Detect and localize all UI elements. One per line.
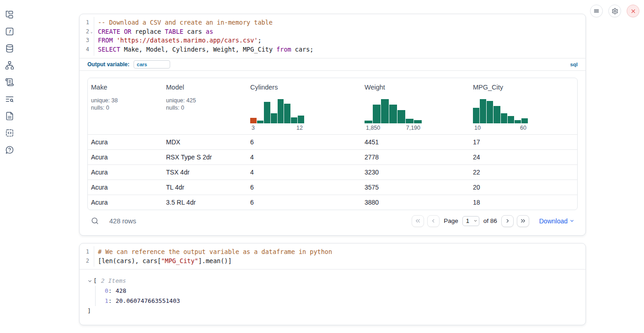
help-circle-icon[interactable] [5,145,15,155]
histogram-bar[interactable] [264,102,270,123]
table-cell: Acura [88,184,163,191]
table-body: AcuraMDX6445117AcuraRSX Type S 2dr427782… [88,134,577,210]
table-footer: 428 rows Page 1 of 86 [87,214,578,228]
output-variable-input[interactable] [134,60,170,69]
table-cell: RSX Type S 2dr [163,153,247,161]
table-row[interactable]: AcuraTSX 4dr4323022 [88,164,577,180]
histogram-bar[interactable] [365,121,372,123]
histogram-bar[interactable] [257,121,263,123]
table-row[interactable]: AcuraMDX6445117 [88,134,577,149]
code-text: CREATE OR replace TABLE cars as [94,27,213,37]
code-line[interactable]: 3FROM 'https://datasets.marimo.app/cars.… [80,36,585,45]
histogram-bar[interactable] [406,119,413,123]
histogram-bar[interactable] [521,118,528,123]
column-name: Make [91,84,159,91]
code-line[interactable]: 4SELECT Make, Model, Cylinders, Weight, … [80,45,585,54]
table-cell: 3230 [361,169,470,176]
histogram-bar[interactable] [389,105,397,123]
sql-code-editor[interactable]: 1-- Download a CSV and create an in-memo… [80,14,585,58]
list-close: ] [87,306,585,316]
histogram-bar[interactable] [291,117,297,123]
file-tree-icon[interactable] [5,10,15,20]
next-page-button[interactable] [501,215,514,227]
dependency-graph-icon[interactable] [5,60,15,70]
table-cell: Acura [88,138,163,146]
histogram-bar[interactable] [381,99,389,123]
search-icon[interactable] [91,217,100,226]
database-icon[interactable] [5,43,15,53]
histogram-bar[interactable] [271,113,277,123]
chevron-down-icon [569,218,574,223]
close-icon [630,8,636,14]
fold-chevron-icon[interactable]: ⌄ [89,27,94,37]
histogram-bar[interactable] [515,120,521,123]
menu-button[interactable] [590,5,603,17]
column-header[interactable]: MPG_City1060 [470,78,577,134]
histogram-bar[interactable] [298,116,304,123]
sql-cell: 1-- Download a CSV and create an in-memo… [79,14,586,236]
histogram-bar[interactable] [508,116,514,123]
table-cell: 2778 [361,153,470,161]
table-cell: 24 [470,153,577,161]
histogram-bar[interactable] [494,106,500,123]
code-line[interactable]: 1# We can reference the output variable … [80,248,585,257]
shutdown-button[interactable] [627,5,639,17]
menu-icon [593,8,600,14]
previous-page-button[interactable] [427,215,440,227]
code-line[interactable]: 1-- Download a CSV and create an in-memo… [80,18,585,27]
column-header[interactable]: Weight1,8507,190 [361,78,470,134]
table-cell: 6 [247,138,361,146]
column-header[interactable]: Modelunique: 425nulls: 0 [163,78,247,134]
histogram-bar[interactable] [501,113,507,123]
table-cell: TL 4dr [163,184,247,191]
histogram-bar[interactable] [397,110,405,123]
settings-button[interactable] [608,5,621,17]
column-stats: unique: 425nulls: 0 [166,97,243,112]
histogram-bar[interactable] [414,120,422,123]
table-cell: MDX [163,138,247,146]
table-cell: 4 [247,153,361,161]
table-cell: Acura [88,153,163,161]
histogram-bar[interactable] [487,101,493,123]
table-cell: 22 [470,169,577,176]
download-button[interactable]: Download [539,217,574,225]
list-search-icon[interactable] [5,94,15,104]
histogram-bar[interactable] [473,108,479,123]
histogram-bar[interactable] [250,118,257,123]
histogram-axis-labels: 312 [250,125,304,131]
histogram-axis-labels: 1060 [473,125,528,131]
table-cell: 18 [470,199,577,206]
function-square-icon[interactable]: f [5,26,15,37]
chevrons-left-icon [414,217,421,224]
table-cell: 4451 [361,138,470,146]
sql-output-region: Makeunique: 38nulls: 0Modelunique: 425nu… [80,71,585,228]
collapse-chevron-icon[interactable] [87,279,92,284]
histogram-bar[interactable] [480,99,486,123]
table-row[interactable]: Acura3.5 RL 4dr6388018 [88,195,577,210]
column-header[interactable]: Cylinders312 [247,78,361,134]
python-code-editor[interactable]: 1# We can reference the output variable … [80,243,585,270]
histogram-bar[interactable] [284,104,290,123]
histogram-bar[interactable] [278,99,284,123]
code-line[interactable]: 2[len(cars), cars["MPG_City"].mean()] [80,257,585,266]
document-icon[interactable] [5,111,15,121]
table-row[interactable]: AcuraRSX Type S 2dr4277824 [88,149,577,164]
page-select[interactable]: 1 [462,216,479,226]
python-output: [ 2 Items 0:4281:20.060747663551403 ] [80,270,585,316]
table-cell: 6 [247,199,361,206]
table-row[interactable]: AcuraTL 4dr6357520 [88,180,577,195]
code-line[interactable]: 2⌄CREATE OR replace TABLE cars as [80,27,585,37]
last-page-button[interactable] [517,215,529,227]
histogram-bar[interactable] [373,105,381,123]
line-number-gutter: 1 [80,248,94,257]
item-value: 428 [116,286,126,296]
column-header[interactable]: Makeunique: 38nulls: 0 [88,78,163,134]
list-header[interactable]: [ 2 Items [87,276,585,286]
table-cell: 3.5 RL 4dr [163,199,247,206]
code-square-icon[interactable] [5,128,15,138]
output-variable-label: Output variable: [87,61,129,68]
line-number-gutter: 2⌄ [80,27,94,37]
scroll-logs-icon[interactable] [5,77,15,87]
column-name: Model [166,84,243,91]
first-page-button[interactable] [412,215,424,227]
